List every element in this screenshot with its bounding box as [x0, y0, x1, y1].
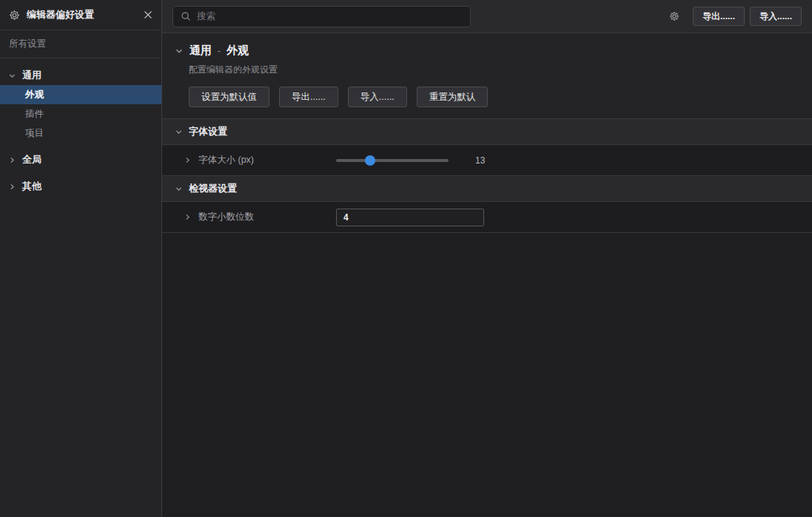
main-panel: 导出...... 导入...... 通用 - 外观 配置编辑器的外观设置 设置为… — [162, 0, 812, 517]
section-inspector-settings[interactable]: 检视器设置 — [162, 175, 812, 201]
sidebar-item-appearance[interactable]: 外观 — [0, 85, 161, 104]
import-settings-button[interactable]: 导入...... — [348, 87, 407, 107]
chevron-down-icon — [9, 72, 16, 79]
export-button[interactable]: 导出...... — [693, 7, 745, 26]
import-button[interactable]: 导入...... — [750, 7, 802, 26]
font-size-slider[interactable] — [336, 155, 449, 166]
action-row: 设置为默认值 导出...... 导入...... 重置为默认 — [189, 87, 799, 107]
chevron-right-icon — [9, 183, 16, 190]
settings-gear-icon[interactable] — [669, 11, 680, 21]
font-size-slider-thumb[interactable] — [365, 155, 375, 166]
window-title: 编辑器偏好设置 — [27, 8, 144, 21]
font-size-row: 字体大小 (px) 13 — [162, 144, 812, 175]
sidebar: 编辑器偏好设置 所有设置 通用 外观 插件 项目 全局 — [0, 0, 162, 517]
chevron-down-icon[interactable] — [175, 47, 183, 55]
chevron-right-icon[interactable] — [184, 214, 191, 220]
search-icon — [181, 11, 191, 21]
decimal-places-row: 数字小数位数 — [162, 201, 812, 232]
sidebar-group-global[interactable]: 全局 — [0, 150, 161, 169]
search-box[interactable] — [172, 6, 471, 27]
sidebar-item-project[interactable]: 项目 — [0, 124, 161, 143]
slider-track — [336, 159, 449, 162]
page-description: 配置编辑器的外观设置 — [189, 64, 799, 76]
section-font-settings[interactable]: 字体设置 — [162, 118, 812, 144]
reset-default-button[interactable]: 重置为默认 — [417, 87, 489, 107]
font-size-value: 13 — [475, 155, 485, 166]
chevron-right-icon[interactable] — [184, 157, 191, 163]
decimal-places-label: 数字小数位数 — [198, 211, 329, 223]
preferences-gear-icon — [9, 10, 20, 21]
breadcrumb-separator: - — [218, 46, 221, 56]
sidebar-group-general[interactable]: 通用 — [0, 66, 161, 85]
sidebar-nav: 通用 外观 插件 项目 全局 其他 — [0, 58, 161, 196]
font-size-label: 字体大小 (px) — [198, 154, 329, 166]
set-default-button[interactable]: 设置为默认值 — [189, 87, 269, 107]
search-input[interactable] — [197, 11, 463, 21]
breadcrumb-group: 通用 — [189, 44, 212, 58]
sidebar-item-plugins[interactable]: 插件 — [0, 104, 161, 124]
export-settings-button[interactable]: 导出...... — [279, 87, 338, 107]
sidebar-group-label: 通用 — [22, 69, 41, 82]
chevron-right-icon — [9, 157, 16, 163]
sidebar-group-other[interactable]: 其他 — [0, 177, 161, 196]
section-title: 检视器设置 — [189, 182, 237, 195]
content-header: 通用 - 外观 配置编辑器的外观设置 设置为默认值 导出...... 导入...… — [162, 33, 812, 118]
section-title: 字体设置 — [189, 125, 227, 138]
sidebar-group-label: 其他 — [22, 180, 41, 193]
window-titlebar: 编辑器偏好设置 — [0, 0, 161, 30]
sidebar-item-all-settings[interactable]: 所有设置 — [0, 30, 161, 58]
breadcrumb-page: 外观 — [227, 44, 249, 58]
decimal-places-input[interactable] — [336, 209, 484, 226]
chevron-down-icon — [175, 129, 182, 135]
close-icon[interactable] — [144, 10, 152, 19]
chevron-down-icon — [175, 186, 182, 192]
breadcrumb: 通用 - 外观 — [175, 44, 799, 58]
topbar: 导出...... 导入...... — [162, 0, 812, 33]
sidebar-group-label: 全局 — [22, 153, 41, 166]
content-empty-area — [162, 232, 812, 517]
